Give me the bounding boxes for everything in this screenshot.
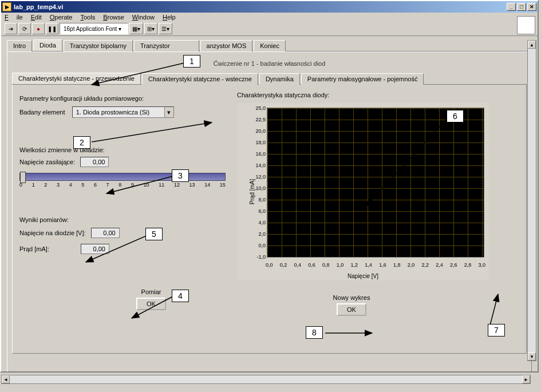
xtick: 0,0 [266,262,273,268]
tick: 5 [81,182,84,188]
horizontal-scrollbar[interactable]: ◄ ► [1,375,531,384]
distribute-menu[interactable]: ⊞▾ [144,23,157,34]
xtick: 2,4 [436,262,443,268]
align-icon: ▦▾ [132,26,140,32]
run-button[interactable]: ➔ [5,23,17,34]
reorder-icon: ☰▾ [161,26,169,32]
app-window: ▶ lab_pp_temp4.vi _ □ ✕ File Edit Operat… [0,0,539,373]
tick: 14 [204,182,210,188]
menu-browse[interactable]: Browse [103,14,124,21]
main-tab-panel: Ćwiczenie nr 1 - badanie własności diod … [7,52,532,372]
current-label: Prąd [mA]: [19,246,49,252]
distribute-icon: ⊞▾ [147,26,155,32]
annotation-1: 1 [183,55,200,68]
menu-window[interactable]: Window [132,14,155,21]
right-column: Charakterystyka statyczna diody: Prąd [m… [237,92,519,346]
tick: 13 [189,182,195,188]
results-heading: Wyniki pomiarów: [19,216,226,223]
chevron-down-icon: ▾ [164,107,173,117]
reorder-menu[interactable]: ☰▾ [159,23,172,34]
tick: 10 [144,182,149,188]
tick: 2 [44,182,47,188]
supply-voltage-slider[interactable] [19,173,226,181]
tick: 15 [220,182,226,188]
tab-tranzystor-partial[interactable]: Tranzystor [134,40,199,52]
tab-intro[interactable]: Intro [7,40,32,52]
xtick: 0,2 [280,262,287,268]
element-label: Badany element [19,109,65,116]
xtick: 1,4 [365,262,372,268]
ytick: 12,0 [248,174,266,180]
scroll-right-icon[interactable]: ► [522,375,530,383]
ytick: 22,5 [248,117,266,122]
slider-thumb[interactable] [20,172,26,183]
pause-button[interactable]: ❚❚ [46,23,58,34]
xtick: 2,8 [464,262,472,268]
align-menu[interactable]: ▦▾ [129,23,143,34]
tab-koniec[interactable]: Koniec [254,40,286,52]
ytick: 25,0 [248,105,266,111]
menu-tools[interactable]: Tools [80,14,95,21]
xtick: 1,6 [379,262,386,268]
supply-voltage-value[interactable]: 0,00 [80,157,109,167]
content-area: Intro Dioda Tranzystor bipolarny Tranzys… [1,36,538,375]
close-button[interactable]: ✕ [527,3,536,11]
title-bar: ▶ lab_pp_temp4.vi _ □ ✕ [1,1,538,13]
element-combo[interactable]: 1. Dioda prostownicza (Si) ▾ [72,106,174,118]
ytick: 20,0 [248,128,266,134]
tab-tranzystor-mos[interactable]: anzystor MOS [200,40,253,52]
xtick: 1,8 [393,262,401,268]
run-continuous-button[interactable]: ⟳ [18,23,31,34]
sub-tabs: Charakterystyki statyczne - przewodzenie… [12,73,527,85]
font-selector[interactable]: 16pt Application Font ▾ [60,23,128,34]
app-icon: ▶ [2,2,11,11]
supply-voltage-label: Napięcie zasilające: [19,159,75,165]
menu-file[interactable]: File [5,14,23,21]
abort-button[interactable]: ● [32,23,45,34]
tick: 3 [57,182,60,188]
xtick: 0,6 [308,262,315,268]
maximize-button[interactable]: □ [517,3,526,11]
tick: 4 [69,182,72,188]
stop-icon: ● [37,26,40,32]
exercise-subtitle: Ćwiczenie nr 1 - badanie własności diod [12,57,527,73]
run-cont-icon: ⟳ [22,26,27,32]
menu-help[interactable]: Help [163,14,176,21]
ytick: -1,0 [248,254,266,260]
sub-tab-panel: Parametry konfiguracji układu pomiaroweg… [12,85,527,354]
tick: 1 [32,182,35,188]
config-heading: Parametry konfiguracji układu pomiaroweg… [19,95,226,102]
ytick: 2,0 [248,231,266,237]
variables-heading: Wielkości zmienne w układzie: [19,146,226,153]
scroll-up-icon[interactable]: ▲ [528,41,536,49]
annotation-3: 3 [172,169,189,182]
ytick: 8,0 [248,197,266,203]
scroll-down-icon[interactable]: ▼ [528,353,536,361]
new-plot-ok-button[interactable]: OK [337,303,366,316]
scroll-left-icon[interactable]: ◄ [2,375,10,383]
tab-dioda[interactable]: Dioda [33,39,62,51]
subtab-przewodzenie[interactable]: Charakterystyki statyczne - przewodzenie [12,73,141,84]
ytick: 18,0 [248,140,266,145]
subtab-pojemnosc[interactable]: Parametry małosygnałowe - pojemność [301,73,424,85]
xtick: 2,6 [450,262,457,268]
left-column: Parametry konfiguracji układu pomiaroweg… [19,92,226,346]
menu-edit[interactable]: Edit [31,14,42,21]
element-combo-value: 1. Dioda prostownicza (Si) [73,109,164,116]
tab-tranzystor-bipolarny[interactable]: Tranzystor bipolarny [64,40,133,52]
minimize-button[interactable]: _ [507,3,516,11]
annotation-7: 7 [488,324,505,336]
xtick: 1,2 [351,262,358,268]
menu-operate[interactable]: Operate [50,14,73,21]
vi-icon[interactable] [517,16,535,34]
measure-ok-button[interactable]: OK [136,298,166,310]
vertical-scrollbar[interactable]: ▲ ▼ [527,40,536,361]
ytick: 10,0 [248,185,266,191]
chart-plot-area[interactable] [267,108,484,258]
annotation-2: 2 [73,136,90,149]
subtab-wsteczne[interactable]: Charakterystyki statyczne - wsteczne [142,73,258,85]
subtab-dynamika[interactable]: Dynamika [259,73,300,85]
xtick: 1,0 [337,262,344,268]
tick: 6 [94,182,97,188]
ytick: 14,0 [248,163,266,168]
